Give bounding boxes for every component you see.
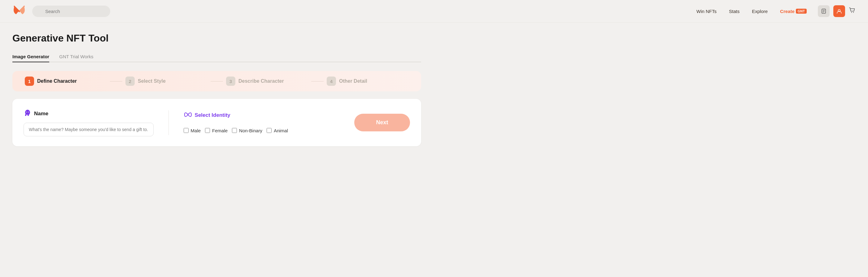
- identity-option-female[interactable]: Female: [205, 128, 227, 133]
- nav: Win NFTs Stats Explore Create GNT: [696, 9, 807, 14]
- svg-rect-12: [28, 114, 29, 116]
- step-separator-3: [311, 81, 323, 82]
- svg-point-15: [28, 112, 29, 113]
- user-icon-button[interactable]: [833, 5, 845, 17]
- form-card: Name Select Identity Male: [12, 99, 421, 146]
- tabs-bar: Image Generator GNT Trial Works: [12, 52, 421, 62]
- cart-icon[interactable]: [849, 7, 856, 16]
- header-icons: [818, 5, 856, 17]
- step-3[interactable]: 3 Describe Character: [226, 76, 308, 86]
- identity-title: Select Identity: [184, 112, 339, 119]
- header: Win NFTs Stats Explore Create GNT: [0, 0, 868, 23]
- form-name-section: Name: [24, 109, 154, 136]
- checkbox-animal[interactable]: [267, 128, 272, 133]
- infinity-icon: [184, 112, 192, 119]
- step-1[interactable]: 1 Define Character: [25, 76, 107, 86]
- checkbox-nonbinary[interactable]: [232, 128, 237, 133]
- checkbox-male[interactable]: [184, 128, 189, 133]
- identity-section-label: Select Identity: [195, 112, 230, 118]
- search-input[interactable]: [32, 6, 110, 17]
- name-input[interactable]: [24, 123, 154, 136]
- form-identity-section: Select Identity Male Female Non-Binary: [184, 112, 339, 133]
- tab-gnt-trial-works[interactable]: GNT Trial Works: [59, 52, 93, 62]
- page-title: Generative NFT Tool: [12, 33, 421, 44]
- nav-explore[interactable]: Explore: [752, 9, 768, 14]
- nav-stats[interactable]: Stats: [729, 9, 740, 14]
- svg-point-16: [27, 112, 27, 113]
- main-content: Generative NFT Tool Image Generator GNT …: [0, 23, 434, 156]
- identity-option-animal[interactable]: Animal: [267, 128, 288, 133]
- checkbox-female[interactable]: [205, 128, 210, 133]
- step-3-label: Describe Character: [239, 79, 284, 84]
- svg-rect-10: [25, 114, 26, 116]
- form-divider: [168, 110, 169, 135]
- step-2-label: Select Style: [138, 79, 166, 84]
- identity-option-male[interactable]: Male: [184, 128, 201, 133]
- step-4-label: Other Detail: [339, 79, 367, 84]
- step-1-label: Define Character: [37, 79, 77, 84]
- search-wrapper: [32, 6, 206, 17]
- gnt-badge: GNT: [796, 9, 807, 13]
- identity-option-nonbinary[interactable]: Non-Binary: [232, 128, 262, 133]
- tab-image-generator[interactable]: Image Generator: [12, 52, 49, 62]
- svg-rect-13: [29, 115, 30, 116]
- step-3-number: 3: [226, 76, 235, 86]
- logo[interactable]: [12, 4, 26, 19]
- step-1-number: 1: [25, 76, 34, 86]
- step-2-number: 2: [125, 76, 135, 86]
- step-4[interactable]: 4 Other Detail: [327, 76, 409, 86]
- svg-rect-11: [26, 115, 28, 116]
- step-4-number: 4: [327, 76, 336, 86]
- name-section-title: Name: [24, 109, 154, 118]
- nav-create[interactable]: Create GNT: [780, 9, 807, 14]
- name-section-label: Name: [34, 111, 48, 117]
- step-separator-1: [110, 81, 122, 82]
- svg-point-14: [26, 112, 27, 113]
- steps-bar: 1 Define Character 2 Select Style 3 Desc…: [12, 71, 421, 91]
- step-separator-2: [211, 81, 223, 82]
- nav-win-nfts[interactable]: Win NFTs: [696, 9, 717, 14]
- document-icon-button[interactable]: [818, 5, 830, 17]
- identity-options: Male Female Non-Binary Animal: [184, 128, 339, 133]
- svg-point-8: [853, 12, 854, 12]
- next-button[interactable]: Next: [354, 114, 410, 131]
- step-2[interactable]: 2 Select Style: [125, 76, 208, 86]
- name-icon: [24, 109, 32, 118]
- svg-point-7: [851, 12, 852, 12]
